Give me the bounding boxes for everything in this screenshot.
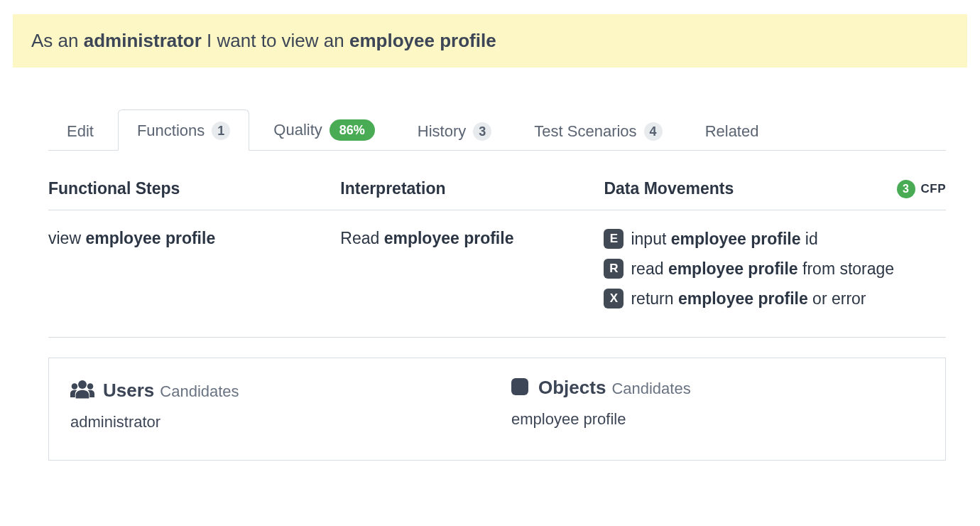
function-row: view employee profile Read employee prof… bbox=[48, 210, 946, 338]
dm-bold: employee profile bbox=[678, 289, 808, 308]
story-middle: I want to view an bbox=[202, 30, 349, 51]
dm-bold: employee profile bbox=[668, 259, 798, 278]
col-functional-steps: Functional Steps bbox=[48, 179, 333, 198]
users-candidates-head: Users Candidates bbox=[70, 377, 483, 402]
step-prefix: view bbox=[48, 229, 85, 247]
tab-test-scenarios-label: Test Scenarios bbox=[534, 122, 636, 141]
col-data-movements: Data Movements bbox=[604, 179, 734, 198]
interp-prefix: Read bbox=[340, 229, 383, 247]
cfp-count-badge: 3 bbox=[897, 180, 915, 198]
dm-post: or error bbox=[808, 289, 866, 308]
dm-code-badge: E bbox=[604, 229, 624, 249]
dm-pre: read bbox=[631, 259, 668, 278]
svg-point-2 bbox=[87, 383, 94, 390]
users-sub: Candidates bbox=[160, 382, 239, 401]
tab-history-count: 3 bbox=[473, 122, 491, 141]
objects-sub: Candidates bbox=[611, 380, 690, 398]
tab-functions[interactable]: Functions 1 bbox=[118, 109, 249, 151]
dm-pre: input bbox=[631, 230, 670, 248]
objects-candidates: Objects Candidates employee profile bbox=[511, 377, 924, 431]
users-title: Users bbox=[103, 380, 154, 402]
story-target: employee profile bbox=[349, 30, 496, 51]
tab-test-scenarios[interactable]: Test Scenarios 4 bbox=[516, 111, 680, 151]
tab-history[interactable]: History 3 bbox=[399, 111, 510, 151]
columns-header: Functional Steps Interpretation Data Mov… bbox=[48, 179, 946, 210]
story-role: administrator bbox=[84, 30, 202, 51]
tab-history-label: History bbox=[418, 122, 466, 141]
cfp-label: CFP bbox=[921, 182, 947, 196]
tab-related-label: Related bbox=[705, 122, 759, 141]
dm-text: input employee profile id bbox=[631, 230, 817, 249]
tab-test-scenarios-count: 4 bbox=[644, 122, 663, 141]
dm-post: from storage bbox=[798, 259, 895, 278]
tab-related[interactable]: Related bbox=[687, 111, 778, 151]
tab-functions-label: Functions bbox=[137, 122, 205, 140]
objects-candidate-item: employee profile bbox=[511, 410, 924, 429]
data-movements-list: E input employee profile id R read emplo… bbox=[604, 229, 946, 308]
tab-edit-label: Edit bbox=[67, 122, 94, 141]
users-icon bbox=[70, 379, 94, 399]
dm-post: id bbox=[800, 230, 817, 248]
col-interpretation: Interpretation bbox=[340, 179, 597, 198]
dm-entry: E input employee profile id bbox=[604, 229, 946, 249]
dm-read: R read employee profile from storage bbox=[604, 259, 946, 279]
object-icon bbox=[511, 378, 528, 395]
tab-quality-label: Quality bbox=[273, 121, 322, 139]
dm-pre: return bbox=[631, 289, 677, 308]
tab-quality-pct: 86% bbox=[330, 119, 375, 141]
dm-code-badge: R bbox=[604, 259, 624, 279]
svg-point-1 bbox=[72, 383, 78, 390]
objects-title: Objects bbox=[538, 377, 606, 399]
step-bold: employee profile bbox=[85, 229, 215, 247]
tab-quality[interactable]: Quality 86% bbox=[255, 108, 393, 151]
svg-point-0 bbox=[78, 380, 87, 389]
cfp-indicator: 3 CFP bbox=[897, 180, 947, 198]
dm-text: return employee profile or error bbox=[631, 289, 866, 308]
users-candidate-item: administrator bbox=[70, 413, 483, 431]
candidates-box: Users Candidates administrator Objects C… bbox=[48, 358, 946, 461]
dm-text: read employee profile from storage bbox=[631, 259, 894, 279]
dm-exit: X return employee profile or error bbox=[604, 289, 946, 308]
user-story-header: As an administrator I want to view an em… bbox=[13, 14, 967, 68]
dm-bold: employee profile bbox=[671, 230, 801, 248]
story-prefix: As an bbox=[31, 30, 84, 51]
tab-functions-count: 1 bbox=[212, 122, 230, 140]
functional-step-text: view employee profile bbox=[48, 229, 333, 248]
objects-candidates-head: Objects Candidates bbox=[511, 377, 924, 399]
dm-code-badge: X bbox=[604, 289, 624, 308]
tabs-bar: Edit Functions 1 Quality 86% History 3 T… bbox=[48, 107, 946, 151]
interpretation-text: Read employee profile bbox=[340, 229, 597, 248]
interp-bold: employee profile bbox=[384, 229, 514, 247]
users-candidates: Users Candidates administrator bbox=[70, 377, 483, 431]
tab-edit[interactable]: Edit bbox=[48, 111, 112, 151]
